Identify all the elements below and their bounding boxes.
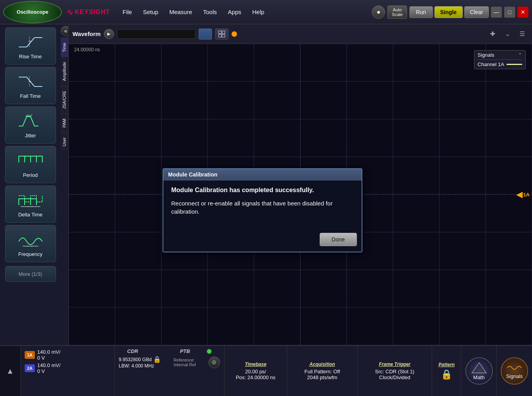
ch1a-badge-label: 1A — [27, 353, 33, 357]
clear-button[interactable]: Clear — [464, 6, 489, 18]
acquisition-value1: Full Pattern: Off — [304, 369, 340, 374]
play-button[interactable]: ▶ — [104, 29, 114, 39]
cdr-ptb-section: CDR PTB 9.9532800 GBd 🔒 LBW: 4.000 MHz R… — [115, 346, 224, 396]
gear-button[interactable]: ⚙ — [208, 356, 220, 368]
crosshair-button[interactable]: ✚ — [487, 28, 498, 40]
brand-wave-icon: ∿ — [67, 7, 73, 17]
cdr-data: 9.9532800 GBd 🔒 LBW: 4.000 MHz — [119, 356, 161, 369]
signals-section[interactable]: Signals — [497, 346, 532, 396]
bottom-left-nav[interactable]: ▲ — [0, 346, 21, 396]
svg-rect-17 — [222, 31, 225, 34]
view-solid-button[interactable] — [199, 29, 212, 40]
ch1a-values: 140.0 mV/ 0 V — [37, 349, 60, 361]
ptb-ref-value: Internal Ref — [174, 362, 196, 367]
timebase-value1: 20.00 ps/ — [245, 369, 266, 374]
modal-title: Module Calibration — [168, 171, 217, 178]
frame-trigger-value1: Src: CDR (Slot 1) — [375, 369, 414, 374]
menu-measure[interactable]: Measure — [165, 7, 197, 17]
sidebar-item-fall-time[interactable]: ↔ Fall Time — [5, 67, 56, 104]
tab-amplitude[interactable]: Amplitude — [61, 57, 68, 86]
svg-text:←→: ←→ — [27, 205, 33, 208]
window-maximize-button[interactable]: □ — [504, 7, 515, 18]
single-button[interactable]: Single — [434, 6, 463, 18]
tab-jsa-cre[interactable]: JSA/CRE — [61, 86, 68, 113]
modal-titlebar: Module Calibration — [163, 169, 362, 180]
frame-trigger-title: Frame Trigger — [379, 362, 410, 367]
cdr-lbw: LBW: 4.000 MHz — [119, 363, 161, 369]
tab-time[interactable]: Time — [61, 38, 68, 57]
period-icon — [15, 151, 46, 171]
ch2a-v: 0 V — [37, 368, 60, 374]
ch1a-mv: 140.0 mV/ — [37, 349, 60, 355]
tab-user[interactable]: User — [61, 132, 68, 151]
frame-trigger-section[interactable]: Frame Trigger Src: CDR (Slot 1) Clock/Di… — [358, 346, 432, 396]
tab-pam[interactable]: PAM — [61, 113, 68, 132]
chevron-down-button[interactable]: ⌄ — [501, 28, 513, 40]
sidebar-item-jitter[interactable]: ←→ Jitter — [5, 106, 56, 144]
window-close-button[interactable]: ✕ — [518, 7, 528, 18]
acquisition-section[interactable]: Acquisition Full Pattern: Off 2048 pts/w… — [287, 346, 358, 396]
signals-wave-icon — [507, 363, 522, 373]
sidebar-label-fall-time: Fall Time — [20, 93, 41, 99]
frame-trigger-value2: Clock/Divided — [379, 374, 410, 380]
waveform-toolbar: Waveform ▶ ✚ ⌄ ☰ — [69, 24, 532, 44]
ch1a-badge[interactable]: 1A — [25, 351, 35, 359]
ch1a-v: 0 V — [37, 355, 60, 361]
ch2a-badge[interactable]: 2A — [25, 364, 35, 372]
menu-setup[interactable]: Setup — [138, 7, 163, 17]
sidebar-item-frequency[interactable]: ←→ Frequency — [5, 225, 56, 262]
run-button[interactable]: Run — [409, 6, 433, 18]
camera-button[interactable]: ● — [372, 5, 385, 19]
sidebar-item-period[interactable]: Period — [5, 146, 56, 183]
jitter-icon: ←→ — [15, 112, 46, 131]
timebase-section[interactable]: Timebase 20.00 ps/ Pos: 24.00000 ns — [224, 346, 287, 396]
status-dot — [232, 31, 237, 37]
sidebar-item-rise-time[interactable]: ↔ Rise Time — [5, 27, 56, 65]
fall-time-icon: ↔ — [15, 72, 46, 92]
view-grid-button[interactable] — [215, 29, 228, 40]
bottom-bar: ▲ 1A 140.0 mV/ 0 V 2A 140.0 mV/ 0 V CDR — [0, 345, 532, 396]
math-section[interactable]: Math — [461, 346, 497, 396]
modal-message1: Module Calibration has completed success… — [171, 187, 354, 194]
acquisition-value2: 2048 pts/wfm — [307, 374, 337, 380]
camera-icon: ● — [376, 9, 380, 16]
cdr-title: CDR — [127, 348, 138, 354]
menu-button[interactable]: ☰ — [516, 28, 528, 40]
svg-text:↔: ↔ — [28, 39, 32, 43]
svg-text:←→: ←→ — [27, 245, 33, 248]
sidebar-more-button[interactable]: More (1/3) — [5, 266, 56, 282]
done-button[interactable]: Done — [320, 233, 357, 246]
svg-rect-19 — [222, 34, 225, 37]
module-calibration-dialog[interactable]: Module Calibration Module Calibration ha… — [163, 168, 362, 252]
grid-icon — [218, 30, 226, 38]
ch2a-indicator: 2A 140.0 mV/ 0 V — [25, 362, 110, 374]
modal-body: Module Calibration has completed success… — [163, 180, 362, 230]
app-title: Oscilloscope — [17, 9, 49, 15]
menu-tools[interactable]: Tools — [199, 7, 222, 17]
cdr-value: 9.9532800 GBd — [119, 357, 152, 362]
menu-file[interactable]: File — [118, 7, 137, 17]
sidebar-label-delta-time: Delta Time — [18, 212, 42, 218]
svg-text:←→: ←→ — [27, 113, 33, 116]
pattern-section[interactable]: Pattern 🔒 — [432, 346, 461, 396]
delta-time-icon: ←→ — [15, 191, 46, 210]
menu-apps[interactable]: Apps — [223, 7, 246, 17]
logo[interactable]: Oscilloscope — [3, 1, 62, 23]
pattern-title: Pattern — [438, 362, 454, 367]
math-circle: Math — [465, 357, 493, 385]
acquisition-title: Acquisition — [309, 362, 335, 367]
sidebar-item-delta-time[interactable]: ←→ Delta Time — [5, 185, 56, 223]
signals-circle: Signals — [501, 357, 528, 385]
brand-name: KEYSIGHT — [75, 9, 110, 16]
waveform-input-bar[interactable] — [117, 29, 195, 39]
svg-marker-20 — [472, 363, 486, 373]
menu-help[interactable]: Help — [248, 7, 269, 17]
modal-message2: Reconnect or re-enable all signals that … — [171, 199, 354, 216]
modal-footer: Done — [163, 230, 362, 252]
math-label: Math — [473, 374, 485, 380]
auto-scale-button[interactable]: AutoScale — [387, 5, 407, 19]
brand-area: ∿ KEYSIGHT — [67, 7, 110, 17]
ch2a-mv: 140.0 mV/ — [37, 362, 60, 368]
window-minimize-button[interactable]: — — [491, 7, 502, 18]
lock-icon: 🔒 — [153, 356, 161, 363]
